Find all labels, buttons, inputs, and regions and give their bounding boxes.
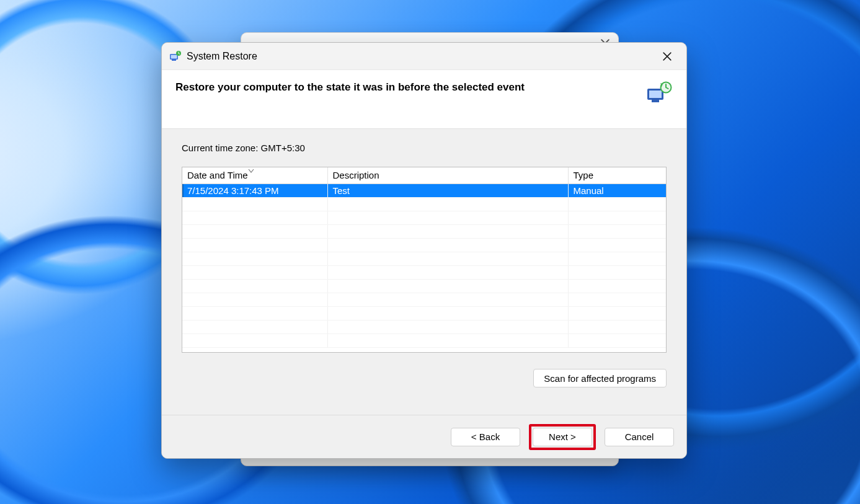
sort-descending-icon [248, 169, 254, 174]
empty-row [182, 238, 666, 252]
column-header-date[interactable]: Date and Time [182, 167, 327, 183]
title-bar[interactable]: System Restore [162, 43, 686, 70]
empty-row [182, 197, 666, 211]
column-header-description[interactable]: Description [327, 167, 568, 183]
svg-rect-1 [171, 55, 177, 58]
wizard-footer: < Back Next > Cancel [162, 415, 686, 458]
close-button[interactable] [653, 46, 681, 66]
scan-row: Scan for affected programs [182, 369, 667, 387]
system-restore-dialog: System Restore Restore your computer to … [161, 42, 687, 459]
dialog-title: System Restore [187, 51, 257, 62]
empty-row [182, 334, 666, 347]
wizard-header: Restore your computer to the state it wa… [162, 70, 686, 129]
next-button-highlight: Next > [529, 424, 596, 450]
wizard-heading: Restore your computer to the state it wa… [175, 81, 525, 94]
system-restore-icon [169, 50, 182, 63]
close-icon [663, 52, 672, 61]
column-label: Date and Time [187, 170, 248, 180]
column-label: Type [574, 170, 594, 180]
back-button[interactable]: < Back [451, 428, 520, 446]
cell-date: 7/15/2024 3:17:43 PM [182, 183, 327, 197]
svg-rect-2 [172, 60, 176, 61]
svg-rect-5 [649, 91, 662, 98]
restore-point-row[interactable]: 7/15/2024 3:17:43 PMTestManual [182, 183, 666, 197]
cancel-button[interactable]: Cancel [605, 428, 674, 446]
empty-row [182, 211, 666, 224]
empty-row [182, 279, 666, 293]
empty-row [182, 320, 666, 334]
cell-type: Manual [568, 183, 666, 197]
column-header-type[interactable]: Type [568, 167, 666, 183]
wizard-body: Current time zone: GMT+5:30 Date and Tim… [162, 129, 686, 387]
empty-row [182, 224, 666, 238]
timezone-label: Current time zone: GMT+5:30 [182, 143, 667, 153]
next-button[interactable]: Next > [533, 428, 592, 446]
restore-points-table[interactable]: Date and Time Description Type 7/15/2024… [182, 167, 667, 353]
empty-row [182, 293, 666, 306]
empty-row [182, 252, 666, 265]
svg-rect-6 [652, 100, 659, 102]
cell-description: Test [327, 183, 568, 197]
empty-row [182, 265, 666, 279]
desktop-wallpaper: System Restore Restore your computer to … [0, 0, 860, 504]
system-restore-large-icon [645, 81, 673, 106]
empty-row [182, 306, 666, 320]
column-label: Description [333, 170, 379, 180]
scan-affected-programs-button[interactable]: Scan for affected programs [533, 369, 667, 387]
